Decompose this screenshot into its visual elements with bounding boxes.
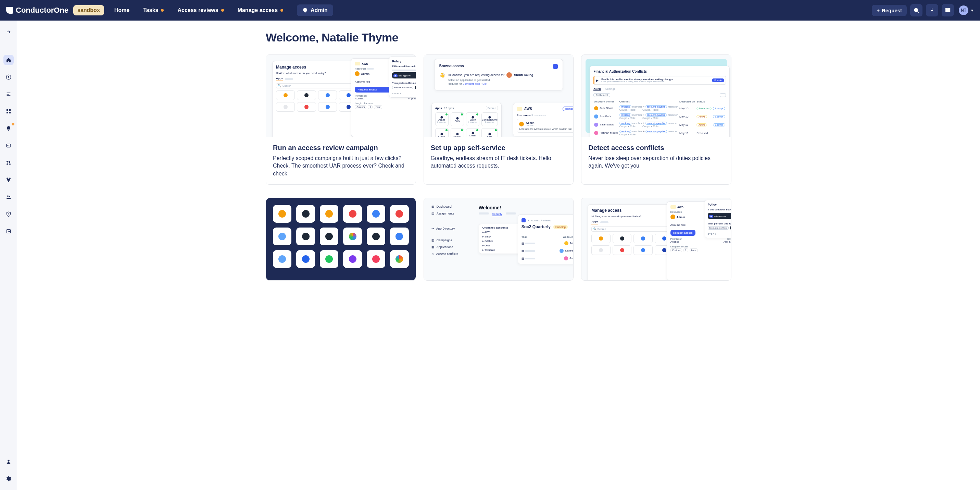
env-badge: sandbox (73, 5, 104, 15)
svg-point-15 (7, 195, 9, 197)
svg-rect-4 (9, 109, 11, 111)
sidebar-requests[interactable] (3, 158, 14, 168)
svg-point-17 (8, 214, 9, 214)
download-button[interactable] (926, 4, 938, 16)
cards-row-2: ▦ Dashboard ▤ Assignments ⊸ App Director… (266, 198, 732, 281)
shield-settings-icon (6, 211, 11, 217)
nav-manage-access[interactable]: Manage access (238, 7, 283, 13)
user-menu[interactable]: NT ▼ (954, 5, 974, 15)
sidebar-notifications[interactable] (3, 123, 14, 134)
search-icon (913, 7, 920, 13)
sidebar-expand[interactable] (3, 27, 14, 37)
card-title: Run an access review campaign (273, 144, 409, 152)
card-illustration: Manage access Hi Alex, what access do yo… (581, 198, 731, 280)
avatar: NT (959, 5, 968, 15)
top-nav: ConductorOne sandbox Home Tasks Access r… (0, 0, 980, 21)
sidebar-branches[interactable] (3, 175, 14, 185)
card-illustration: ▦ Dashboard ▤ Assignments ⊸ App Director… (424, 198, 574, 280)
brand-logo-icon (6, 7, 13, 14)
card-access-review[interactable]: Manage access Hi Alex, what access do yo… (266, 54, 416, 185)
nav-home[interactable]: Home (115, 7, 129, 13)
svg-point-19 (8, 460, 9, 461)
id-card-icon (6, 143, 11, 148)
arrow-right-icon (6, 29, 11, 35)
gear-icon (6, 476, 11, 481)
sidebar-profile[interactable] (3, 456, 14, 467)
home-icon (6, 57, 11, 63)
sidebar-policies[interactable] (3, 209, 14, 219)
svg-rect-7 (6, 144, 11, 147)
card-illustration (266, 198, 416, 280)
card-manage-access-dup[interactable]: Manage access Hi Alex, what access do yo… (581, 198, 732, 281)
sidebar-settings[interactable] (3, 474, 14, 484)
report-icon (6, 228, 11, 234)
book-icon (945, 7, 951, 13)
list-icon (6, 91, 11, 97)
mock-browse-access: Browse access 👋 Hi Marissa, you are requ… (434, 59, 563, 91)
notification-dot-icon (12, 123, 14, 125)
card-desc: Goodbye, endless stream of IT desk ticke… (431, 155, 567, 170)
svg-rect-6 (9, 112, 11, 113)
bell-icon (6, 126, 11, 131)
mock-apps-list: Apps 12 apps Search ⬤Asana2 resources ⬤A… (431, 103, 502, 137)
notification-dot-icon (280, 9, 283, 12)
card-integrations[interactable] (266, 198, 416, 281)
brand-text: ConductorOne (16, 6, 68, 15)
nav-admin[interactable]: Admin (297, 5, 333, 16)
card-illustration: Financial Authorization Conflicts ▶ Enab… (581, 55, 731, 137)
docs-button[interactable] (942, 4, 954, 16)
fork-icon (6, 177, 11, 183)
mock-reviewer-nav: ▦ Dashboard ▤ Assignments ⊸ App Director… (431, 205, 473, 259)
sidebar (0, 21, 17, 490)
notification-dot-icon (161, 9, 164, 12)
card-illustration: Manage access Hi Alex, what access do yo… (266, 55, 416, 137)
sidebar-apps[interactable] (3, 106, 14, 117)
sidebar-tasks[interactable] (3, 89, 14, 99)
sidebar-groups[interactable] (3, 192, 14, 202)
mock-aws-panel: AWS Request Resources 3 resources Admin (513, 103, 574, 136)
nav-tasks[interactable]: Tasks (143, 7, 164, 13)
svg-point-8 (7, 145, 8, 146)
sidebar-explore[interactable] (3, 72, 14, 82)
svg-point-10 (6, 164, 8, 165)
card-desc: Never lose sleep over separation of duti… (588, 155, 724, 170)
user-icon (6, 459, 11, 464)
request-button[interactable]: + Request (872, 5, 907, 16)
mock-conflicts: Financial Authorization Conflicts ▶ Enab… (590, 66, 730, 137)
brand-logo-text[interactable]: ConductorOne (6, 6, 68, 15)
mock-policy: AWS Resources Admin Assume role Request … (351, 58, 415, 137)
svg-rect-3 (6, 109, 8, 111)
card-title: Detect access conflicts (588, 144, 724, 152)
chevron-down-icon: ▼ (970, 8, 974, 12)
users-icon (6, 194, 11, 200)
cards-row-1: Manage access Hi Alex, what access do yo… (266, 54, 732, 185)
sidebar-reports[interactable] (3, 226, 14, 236)
svg-point-14 (8, 181, 9, 182)
svg-point-13 (9, 178, 10, 179)
sidebar-directory[interactable] (3, 140, 14, 151)
nav-access-reviews[interactable]: Access reviews (177, 7, 224, 13)
wave-icon: 👋 (439, 72, 445, 78)
grid-icon (6, 109, 11, 114)
card-desc: Perfectly scoped campaigns built in just… (273, 155, 409, 177)
page-title: Welcome, Natalie Thyme (266, 31, 732, 44)
svg-point-0 (914, 8, 918, 12)
svg-point-12 (6, 178, 8, 179)
card-access-conflicts[interactable]: Financial Authorization Conflicts ▶ Enab… (581, 54, 732, 185)
svg-line-1 (917, 11, 918, 12)
svg-point-16 (9, 196, 10, 197)
pull-request-icon (6, 160, 11, 166)
card-illustration: Browse access 👋 Hi Marissa, you are requ… (424, 55, 574, 137)
mock-manage-access: Manage access Hi Alex, what access do yo… (272, 61, 362, 137)
card-reviewer-portal[interactable]: ▦ Dashboard ▤ Assignments ⊸ App Director… (423, 198, 574, 281)
download-icon (929, 7, 935, 13)
card-self-service[interactable]: Browse access 👋 Hi Marissa, you are requ… (423, 54, 574, 185)
notification-dot-icon (221, 9, 224, 12)
plus-icon: + (877, 8, 880, 13)
sidebar-home[interactable] (3, 55, 14, 65)
primary-nav: Home Tasks Access reviews Manage access … (115, 5, 333, 16)
compass-icon (6, 74, 11, 80)
svg-point-9 (6, 161, 8, 162)
search-button[interactable] (910, 4, 923, 16)
svg-rect-5 (6, 112, 8, 113)
